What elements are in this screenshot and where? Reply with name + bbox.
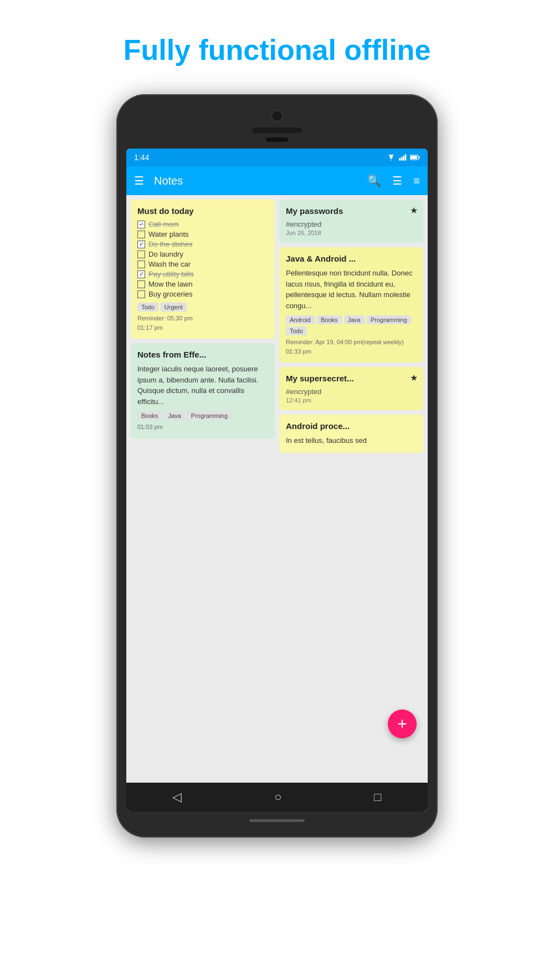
star-icon-supersecret[interactable]: ★ [410, 372, 418, 383]
nav-home-button[interactable]: ○ [274, 790, 281, 804]
checklist-label-wash-car: Wash the car [148, 260, 191, 268]
checklist-label-water-plants: Water plants [148, 230, 189, 238]
checklist-label-do-laundry: Do laundry [148, 250, 183, 258]
note-android-proce[interactable]: Android proce... In est tellus, faucibus… [279, 415, 423, 453]
note-body-java-android: Pellentesque non tincidunt nulla. Donec … [286, 268, 417, 311]
tag-books[interactable]: Books [137, 411, 162, 420]
svg-rect-6 [411, 156, 417, 159]
speaker-grille [252, 127, 302, 133]
left-column: Must do today ✓ Call mom Water plants ✓ [131, 200, 275, 778]
front-sensor [266, 137, 288, 142]
svg-rect-5 [418, 156, 419, 159]
battery-icon [410, 154, 420, 161]
status-icons [387, 154, 420, 161]
phone-bottom [126, 811, 428, 828]
checklist-item-wash-car: Wash the car [137, 260, 268, 268]
checklist-label-pay-bills: Pay utility bills [148, 270, 194, 278]
checklist-item-buy-groceries: Buy groceries [137, 290, 268, 298]
note-encrypted-passwords: #encrypted [286, 220, 417, 228]
note-meta-must-do: Reminder: 05:30 pm 01:17 pm [137, 314, 268, 332]
note-encrypted-supersecret: #encrypted [286, 387, 417, 396]
note-tags-notes-from-effe: Books Java Programming [137, 411, 268, 420]
note-title-android-proce: Android proce... [286, 421, 417, 431]
wifi-icon [387, 154, 396, 161]
app-bar: ☰ Notes 🔍 ☰ ≡ [126, 166, 428, 195]
tag-todo[interactable]: Todo [137, 303, 158, 312]
menu-icon[interactable]: ☰ [134, 174, 144, 187]
note-time-notes-from-effe: 01:03 pm [137, 422, 268, 432]
checklist-item-do-dishes: ✓ Do the dishes [137, 240, 268, 248]
tag-programming[interactable]: Programming [187, 411, 232, 420]
nav-back-button[interactable]: ◁ [172, 790, 182, 804]
note-title-passwords: My passwords [286, 206, 417, 216]
tag-urgent[interactable]: Urgent [161, 303, 187, 312]
checklist-item-call-mom: ✓ Call mom [137, 220, 268, 228]
front-camera [271, 110, 283, 122]
tag-todo-ja[interactable]: Todo [286, 326, 307, 335]
note-tags-java-android: Android Books Java Programming Todo [286, 315, 417, 335]
app-bar-actions: 🔍 ☰ ≡ [367, 174, 420, 187]
phone-body: 1:44 [116, 94, 438, 838]
checklist-item-do-laundry: Do laundry [137, 250, 268, 258]
app-bar-title: Notes [154, 175, 367, 187]
notes-area: Must do today ✓ Call mom Water plants ✓ [126, 195, 428, 783]
note-java-android[interactable]: Java & Android ... Pellentesque non tinc… [279, 247, 423, 363]
note-date-passwords: Jun 26, 2018 [286, 229, 417, 236]
search-icon[interactable]: 🔍 [367, 174, 381, 187]
tag-java-ja[interactable]: Java [344, 315, 365, 324]
checkbox-pay-bills[interactable]: ✓ [137, 270, 145, 278]
status-bar: 1:44 [126, 149, 428, 166]
sort-icon[interactable]: ≡ [413, 175, 420, 187]
tag-books-ja[interactable]: Books [317, 315, 342, 324]
note-reminder-java-android: Reminder: Apr 19, 04:00 pm(repeat weekly… [286, 338, 417, 347]
note-body-android-proce: In est tellus, faucibus sed [286, 435, 417, 446]
note-body-notes-from-effe: Integer iaculis neque laoreet, posuere i… [137, 364, 268, 407]
nav-recent-button[interactable]: □ [374, 790, 381, 804]
tag-android[interactable]: Android [286, 315, 315, 324]
note-meta-notes-from-effe: 01:03 pm [137, 422, 268, 432]
note-time-java-android: 01:33 pm [286, 347, 417, 356]
note-my-supersecret[interactable]: ★ My supersecret... #encrypted 12:41 pm [279, 367, 423, 410]
note-title-must-do: Must do today [137, 206, 268, 216]
note-title-notes-from-effe: Notes from Effe... [137, 350, 268, 359]
checklist-item-mow-lawn: Mow the lawn [137, 280, 268, 288]
status-time: 1:44 [134, 153, 149, 162]
note-reminder-must-do: Reminder: 05:30 pm [137, 314, 268, 323]
checklist-label-do-dishes: Do the dishes [148, 240, 193, 248]
checklist-item-water-plants: Water plants [137, 230, 268, 238]
checkbox-do-dishes[interactable]: ✓ [137, 241, 145, 248]
checklist-item-pay-bills: ✓ Pay utility bills [137, 270, 268, 278]
tag-programming-ja[interactable]: Programming [367, 315, 411, 324]
note-time-must-do: 01:17 pm [137, 323, 268, 333]
checkbox-call-mom[interactable]: ✓ [137, 221, 145, 228]
right-column: ★ My passwords #encrypted Jun 26, 2018 J… [279, 200, 423, 778]
svg-rect-0 [399, 158, 401, 160]
note-title-java-android: Java & Android ... [286, 254, 417, 263]
bottom-nav: ◁ ○ □ [126, 783, 428, 811]
phone-top [126, 104, 428, 149]
home-bar [249, 819, 305, 822]
checkbox-buy-groceries[interactable] [137, 290, 145, 298]
checkbox-wash-car[interactable] [137, 261, 145, 268]
note-date-supersecret: 12:41 pm [286, 397, 417, 404]
note-title-supersecret: My supersecret... [286, 374, 417, 383]
checklist-label-call-mom: Call mom [148, 220, 179, 228]
notes-container: Must do today ✓ Call mom Water plants ✓ [126, 195, 428, 783]
checkbox-do-laundry[interactable] [137, 251, 145, 258]
svg-rect-1 [401, 157, 403, 160]
checkbox-water-plants[interactable] [137, 231, 145, 238]
view-icon[interactable]: ☰ [392, 174, 402, 187]
note-must-do-today[interactable]: Must do today ✓ Call mom Water plants ✓ [131, 200, 275, 339]
tag-java[interactable]: Java [165, 411, 185, 420]
fab-add-button[interactable]: + [388, 710, 417, 738]
checklist-label-mow-lawn: Mow the lawn [148, 280, 192, 288]
phone-mockup: 1:44 [116, 94, 438, 838]
svg-rect-3 [405, 154, 407, 160]
note-my-passwords[interactable]: ★ My passwords #encrypted Jun 26, 2018 [279, 200, 423, 243]
note-notes-from-effe[interactable]: Notes from Effe... Integer iaculis neque… [131, 343, 275, 438]
checkbox-mow-lawn[interactable] [137, 280, 145, 288]
note-tags-must-do: Todo Urgent [137, 303, 268, 312]
checklist-label-buy-groceries: Buy groceries [148, 290, 192, 298]
phone-screen: 1:44 [126, 149, 428, 811]
star-icon-passwords[interactable]: ★ [410, 205, 418, 216]
